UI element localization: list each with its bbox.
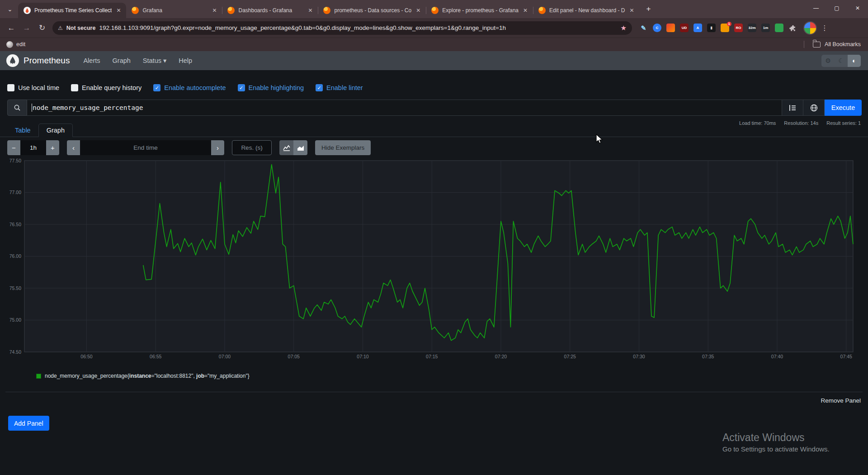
nav-link-status[interactable]: Status ▾ <box>143 57 166 64</box>
tab-close-icon[interactable]: ✕ <box>211 7 217 14</box>
back-icon[interactable]: ← <box>4 24 19 33</box>
browser-tab-0[interactable]: Prometheus Time Series Collect✕ <box>18 3 126 18</box>
y-tick-label: 77.00 <box>9 190 21 195</box>
all-bookmarks-button[interactable]: All Bookmarks <box>804 41 861 48</box>
tab-graph[interactable]: Graph <box>38 124 73 137</box>
tab-close-icon[interactable]: ✕ <box>415 7 421 14</box>
address-bar[interactable]: ⚠ Not secure 192.168.1.103:9091/graph?g0… <box>52 21 632 35</box>
option-enable-query-history[interactable]: Enable query history <box>71 84 142 91</box>
new-tab-button[interactable]: + <box>642 3 655 15</box>
stacked-graph-mode-button[interactable] <box>293 140 307 155</box>
remove-panel-link[interactable]: Remove Panel <box>821 397 861 404</box>
red-ro-extension-icon[interactable]: RO <box>734 24 743 32</box>
bookmark-label: edit <box>16 41 25 48</box>
nav-link-graph[interactable]: Graph <box>113 57 131 64</box>
security-label[interactable]: Not secure <box>66 25 96 31</box>
x-tick-label: 06:55 <box>150 354 161 359</box>
x-tick-label: 07:10 <box>357 354 368 359</box>
hide-exemplars-button[interactable]: Hide Exemplars <box>315 140 371 155</box>
browser-tab-2[interactable]: Dashboards - Grafana✕ <box>222 3 318 18</box>
browser-tabs: Prometheus Time Series Collect✕Grafana✕D… <box>18 0 640 18</box>
range-input[interactable]: 1h <box>20 140 46 155</box>
edit-pencil-extension-icon[interactable]: ✎ <box>639 24 648 32</box>
navbar-links: AlertsGraphStatus ▾Help <box>83 57 192 64</box>
chart-legend[interactable]: node_memory_usage_percentage{instance="l… <box>36 373 250 379</box>
tab-close-icon[interactable]: ✕ <box>629 7 635 14</box>
forward-icon[interactable]: → <box>19 24 34 33</box>
nav-link-help[interactable]: Help <box>179 57 192 64</box>
profile-avatar[interactable] <box>803 21 817 35</box>
text-caret <box>32 104 32 112</box>
timer-32m-extension-icon[interactable]: 32m <box>748 24 756 32</box>
range-decrease-button[interactable]: − <box>7 140 20 155</box>
option-enable-linter[interactable]: ✓Enable linter <box>316 84 363 91</box>
browser-menu-icon[interactable]: ⋮ <box>818 24 831 32</box>
add-panel-button[interactable]: Add Panel <box>8 416 49 431</box>
resolution-input[interactable]: Res. (s) <box>232 140 272 155</box>
theme-settings-icon[interactable]: ⚙ <box>821 55 835 67</box>
ublock-ud-extension-icon[interactable]: UD <box>680 24 689 32</box>
theme-auto-icon[interactable]: ◐ <box>848 55 861 67</box>
checkbox-checked-icon[interactable]: ✓ <box>316 84 323 91</box>
time-series-chart[interactable]: 74.5075.0075.5076.0076.5077.0077.5006:50… <box>5 158 862 361</box>
browser-tab-4[interactable]: Explore - prometheus - Grafana✕ <box>426 3 533 18</box>
option-label: Enable query history <box>82 84 142 91</box>
theme-dark-icon[interactable]: ☾ <box>835 55 848 67</box>
chart-svg: 74.5075.0075.5076.0076.5077.0077.5006:50… <box>5 158 862 361</box>
brand[interactable]: Prometheus <box>6 54 70 67</box>
line-graph-mode-button[interactable] <box>279 140 293 155</box>
checkbox-unchecked-icon[interactable] <box>7 84 14 91</box>
execute-button[interactable]: Execute <box>825 100 862 116</box>
orange-monitor-extension-icon[interactable] <box>666 24 675 32</box>
time-forward-button[interactable]: › <box>211 140 224 155</box>
browser-tab-1[interactable]: Grafana✕ <box>126 3 222 18</box>
dark-book-extension-icon[interactable]: ▮ <box>707 24 716 32</box>
prometheus-favicon <box>24 7 31 14</box>
option-enable-autocomplete[interactable]: ✓Enable autocomplete <box>153 84 226 91</box>
globe-query-button[interactable] <box>803 100 825 116</box>
timer-1m-extension-icon[interactable]: 1m <box>761 24 770 32</box>
globe-icon <box>6 41 13 48</box>
x-tick-label: 07:30 <box>633 354 645 359</box>
url-text[interactable]: 192.168.1.103:9091/graph?g0.expr=node_me… <box>99 24 617 31</box>
all-bookmarks-label: All Bookmarks <box>825 41 861 48</box>
tab-search-icon[interactable]: ⌄ <box>4 3 16 15</box>
browser-tab-5[interactable]: Edit panel - New dashboard - D✕ <box>533 3 639 18</box>
tab-close-icon[interactable]: ✕ <box>307 7 313 14</box>
metrics-explorer-button[interactable] <box>782 100 803 116</box>
tab-table[interactable]: Table <box>7 124 38 137</box>
blue-logo-extension-icon[interactable]: C <box>653 24 661 32</box>
extension-badge: 1 <box>727 22 731 26</box>
minimize-button[interactable]: — <box>806 0 826 16</box>
activate-windows-watermark: Activate Windows Go to Settings to activ… <box>722 432 830 453</box>
y-tick-label: 74.50 <box>9 349 21 355</box>
tab-close-icon[interactable]: ✕ <box>522 7 528 14</box>
checkbox-unchecked-icon[interactable] <box>71 84 78 91</box>
bookmark-item-edit[interactable]: edit <box>6 41 25 48</box>
browser-toolbar: ← → ↻ ⚠ Not secure 192.168.1.103:9091/gr… <box>0 18 868 38</box>
maximize-button[interactable]: ▢ <box>826 0 847 16</box>
extensions-puzzle-icon[interactable] <box>788 24 797 32</box>
tab-title: Edit panel - New dashboard - D <box>549 7 625 14</box>
end-time-input[interactable]: End time <box>80 140 211 155</box>
browser-tab-3[interactable]: prometheus - Data sources - Co✕ <box>318 3 426 18</box>
checkbox-checked-icon[interactable]: ✓ <box>238 84 245 91</box>
time-back-button[interactable]: ‹ <box>67 140 80 155</box>
option-enable-highlighting[interactable]: ✓Enable highlighting <box>238 84 304 91</box>
x-tick-label: 07:15 <box>426 354 438 359</box>
search-icon <box>7 100 27 116</box>
tab-close-icon[interactable]: ✕ <box>115 7 122 14</box>
query-input[interactable]: node_memory_usage_percentage <box>27 100 782 116</box>
legend-text: node_memory_usage_percentage{instance="l… <box>45 373 250 379</box>
notifications-extension-icon[interactable]: 1 <box>721 24 729 32</box>
x-tick-label: 07:00 <box>219 354 231 359</box>
option-use-local-time[interactable]: Use local time <box>7 84 59 91</box>
reload-icon[interactable]: ↻ <box>34 23 50 33</box>
range-increase-button[interactable]: + <box>46 140 59 155</box>
checkbox-checked-icon[interactable]: ✓ <box>153 84 160 91</box>
green-extension-icon[interactable] <box>775 24 783 32</box>
bookmark-star-icon[interactable]: ★ <box>621 24 627 32</box>
nav-link-alerts[interactable]: Alerts <box>83 57 100 64</box>
translate-extension-icon[interactable]: A <box>693 24 702 32</box>
close-window-button[interactable]: ✕ <box>847 0 868 16</box>
